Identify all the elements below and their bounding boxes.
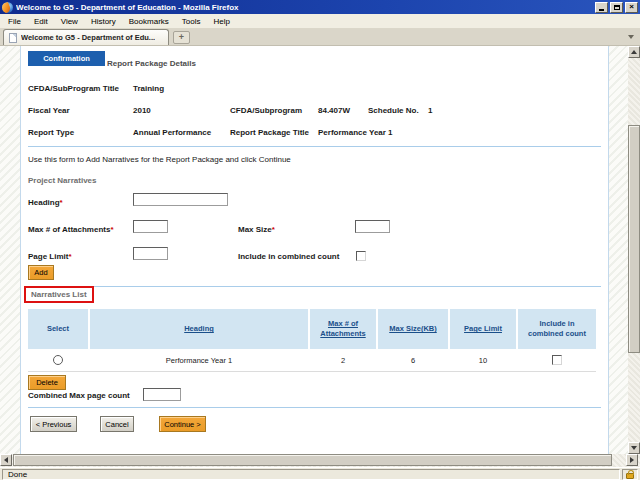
chevron-down-icon [628,35,634,39]
combined-max-label: Combined Max page count [28,391,130,400]
horizontal-scroll-thumb[interactable] [13,454,612,466]
lock-icon [626,473,634,479]
row-page-limit-value: 10 [450,356,516,365]
fiscal-year-value: 2010 [133,106,151,115]
col-header-page-limit[interactable]: Page Limit [450,309,516,349]
heading-label: Heading* [28,198,63,207]
page-title: Report Package Details [107,59,196,68]
arrow-left-icon [4,457,8,463]
report-package-title-value: Performance Year 1 [318,128,393,137]
col-header-max-size[interactable]: Max Size(KB) [378,309,448,349]
page-limit-sort-link[interactable]: Page Limit [464,324,502,334]
cfda-subprogram-value: 84.407W [318,106,350,115]
close-button[interactable]: × [625,2,638,13]
restore-icon [614,5,620,10]
max-size-sort-link[interactable]: Max Size(KB) [389,324,437,334]
include-combined-label: Include in combined count [238,252,339,261]
arrow-right-icon [630,457,634,463]
max-attachments-label: Max # of Attachments* [28,225,114,234]
report-type-value: Annual Performance [133,128,211,137]
menu-history[interactable]: History [91,17,116,26]
row-include-checkbox[interactable] [552,355,562,365]
fiscal-year-label: Fiscal Year [28,106,70,115]
section-divider [28,146,601,147]
scroll-left-button[interactable] [0,454,12,466]
narratives-list-highlight: Narratives List [24,286,94,303]
cfda-subprogram-title-label: CFDA/SubProgram Title [28,84,119,93]
table-row: Performance Year 1 2 6 10 [28,349,596,372]
col-header-select: Select [28,309,88,349]
required-marker: * [110,225,113,234]
menu-bookmarks[interactable]: Bookmarks [129,17,169,26]
window-title: Welcome to G5 - Department of Education … [16,3,593,12]
row-max-attachments-value: 2 [310,356,376,365]
menu-tools[interactable]: Tools [182,17,201,26]
tab-list-button[interactable] [625,32,637,42]
new-tab-button[interactable]: + [173,31,190,44]
max-size-input[interactable] [355,220,390,233]
report-package-title-label: Report Package Title [230,128,309,137]
scroll-down-button[interactable] [628,442,640,454]
col-header-include: Include in combined count [518,309,596,349]
row-heading-value: Performance Year 1 [90,356,308,365]
page-limit-label: Page Limit* [28,252,72,261]
report-type-label: Report Type [28,128,74,137]
scroll-up-button[interactable] [628,46,640,58]
schedule-no-value: 1 [428,106,432,115]
confirmation-button[interactable]: Confirmation [28,51,105,66]
section-divider [28,286,601,287]
heading-sort-link[interactable]: Heading [184,324,214,334]
col-header-heading[interactable]: Heading [90,309,308,349]
col-header-max-attachments[interactable]: Max # of Attachments [310,309,376,349]
tab-bar: Welcome to G5 - Department of Edu... + [0,29,640,46]
restore-button[interactable] [610,2,623,13]
minimize-button[interactable] [595,2,608,13]
continue-button[interactable]: Continue > [159,416,206,432]
menu-bar: File Edit View History Bookmarks Tools H… [0,14,640,29]
arrow-up-icon [631,50,637,54]
max-attachments-input[interactable] [133,220,168,233]
narratives-table: Select Heading Max # of Attachments Max … [28,309,596,372]
delete-button[interactable]: Delete [28,375,66,390]
narratives-list-heading: Narratives List [31,290,87,299]
required-marker: * [60,198,63,207]
max-size-label: Max Size* [238,225,275,234]
combined-max-input[interactable] [143,388,181,401]
cancel-button[interactable]: Cancel [100,416,134,432]
section-divider [28,407,601,408]
menu-help[interactable]: Help [213,17,229,26]
title-bar: Welcome to G5 - Department of Education … [0,0,640,14]
add-button[interactable]: Add [28,265,54,280]
required-marker: * [272,225,275,234]
row-max-size-value: 6 [378,356,448,365]
menu-file[interactable]: File [8,17,21,26]
include-combined-checkbox[interactable] [356,251,366,261]
menu-edit[interactable]: Edit [34,17,48,26]
security-indicator[interactable] [622,469,638,480]
page-icon [9,33,17,43]
max-attachments-sort-link[interactable]: Max # of Attachments [313,319,373,339]
vertical-scroll-thumb[interactable] [628,125,640,353]
horizontal-scrollbar[interactable] [0,454,640,467]
page-limit-input[interactable] [133,247,168,260]
cfda-subprogram-label: CFDA/Subprogram [230,106,302,115]
scroll-right-button[interactable] [626,454,638,466]
firefox-icon [2,2,13,13]
heading-input[interactable] [133,193,228,206]
browser-window: Welcome to G5 - Department of Education … [0,0,640,480]
vertical-scrollbar[interactable] [628,46,640,454]
row-select-radio[interactable] [53,355,63,365]
tab-welcome-g5[interactable]: Welcome to G5 - Department of Edu... [3,29,169,45]
arrow-down-icon [631,446,637,450]
instructions-text: Use this form to Add Narratives for the … [28,155,291,164]
close-icon: × [629,3,634,11]
tab-title: Welcome to G5 - Department of Edu... [21,33,155,42]
table-header-row: Select Heading Max # of Attachments Max … [28,309,596,349]
cfda-subprogram-title-value: Training [133,84,164,93]
menu-view[interactable]: View [61,17,78,26]
page-content: Confirmation Report Package Details CFDA… [0,46,628,454]
status-bar: Done [0,467,640,480]
status-text: Done [2,469,620,480]
project-narratives-heading: Project Narratives [28,176,96,185]
previous-button[interactable]: < Previous [30,416,77,432]
